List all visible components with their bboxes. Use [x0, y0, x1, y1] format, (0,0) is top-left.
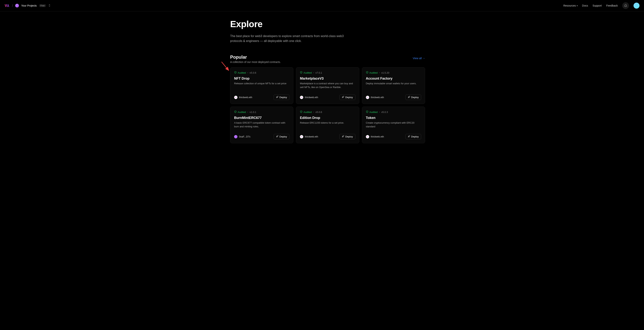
bell-icon	[624, 4, 627, 7]
section-title: Popular	[230, 54, 281, 60]
version-label: v7.0.1	[316, 71, 322, 74]
rocket-icon	[342, 135, 344, 138]
shield-icon	[300, 71, 302, 74]
dot-separator: •	[379, 111, 380, 113]
card-title: Edition Drop	[300, 116, 355, 120]
dot-separator: •	[313, 111, 314, 113]
audited-badge: Audited	[234, 71, 246, 74]
user-avatar[interactable]	[634, 2, 640, 8]
author-avatar	[300, 135, 303, 138]
shield-icon	[234, 110, 237, 114]
rocket-icon	[408, 96, 410, 99]
card-description: Marketplace is a contract where you can …	[300, 82, 355, 89]
rocket-icon	[342, 96, 344, 99]
author-avatar	[366, 96, 369, 99]
page-title: Explore	[230, 19, 425, 29]
dot-separator: •	[248, 72, 248, 74]
version-label: v5.0.6	[316, 111, 322, 113]
card-footer: thirdweb.eth Deploy	[366, 131, 421, 139]
card-description: Release ERC1155 tokens for a set price.	[300, 121, 355, 125]
shield-icon	[234, 71, 237, 74]
nav-resources-label: Resources	[564, 4, 576, 7]
author-name: thirdweb.eth	[371, 135, 384, 138]
card-title: NFT Drop	[234, 77, 290, 80]
deploy-button[interactable]: Deploy	[406, 134, 421, 139]
nav-docs[interactable]: Docs	[582, 4, 588, 7]
author[interactable]: thirdweb.eth	[300, 96, 318, 99]
shield-icon	[366, 110, 368, 114]
author[interactable]: thirdweb.eth	[366, 96, 384, 99]
deploy-label: Deploy	[345, 135, 353, 138]
project-switcher-icon[interactable]	[48, 4, 50, 7]
nav-feedback[interactable]: Feedback	[606, 4, 618, 7]
deploy-label: Deploy	[411, 96, 419, 99]
card-footer: thirdweb.eth Deploy	[366, 92, 421, 100]
contract-card[interactable]: Audited • v5.0.3 Token Create cryptocurr…	[362, 107, 425, 143]
section-subtitle: A collection of our most deployed contra…	[230, 60, 281, 63]
author[interactable]: thirdweb.eth	[300, 135, 318, 138]
contract-card[interactable]: Audited • v1.5.20 Account Factory Deploy…	[362, 67, 425, 104]
notifications-button[interactable]	[622, 2, 629, 9]
shield-icon	[300, 110, 302, 114]
deploy-label: Deploy	[345, 96, 353, 99]
card-title: Account Factory	[366, 77, 421, 80]
author[interactable]: thirdweb.eth	[234, 96, 252, 99]
header: / Your Projects Free Resources ▾ Docs Su…	[0, 0, 644, 11]
card-title: MarketplaceV3	[300, 77, 355, 80]
nav-support[interactable]: Support	[592, 4, 602, 7]
version-label: v5.0.6	[250, 71, 256, 74]
audited-label: Audited	[370, 71, 378, 74]
author-name: thirdweb.eth	[305, 96, 318, 99]
card-meta: Audited • v1.5.20	[366, 71, 421, 74]
logo-icon	[4, 4, 10, 7]
arrow-annotation	[221, 61, 230, 72]
dot-separator: •	[379, 72, 380, 74]
header-right: Resources ▾ Docs Support Feedback	[564, 2, 640, 9]
cards-grid: Audited • v5.0.6 NFT Drop Release collec…	[230, 67, 425, 143]
view-all-link[interactable]: View all →	[413, 57, 425, 60]
audited-label: Audited	[238, 111, 246, 113]
deploy-button[interactable]: Deploy	[274, 134, 290, 139]
card-meta: Audited • v7.0.1	[300, 71, 355, 74]
audited-label: Audited	[238, 71, 246, 74]
deploy-label: Deploy	[411, 135, 419, 138]
audited-badge: Audited	[234, 110, 246, 114]
card-meta: Audited • v5.0.6	[300, 110, 355, 114]
chevron-down-icon: ▾	[577, 5, 578, 7]
card-description: A basic ERC677 compatible token contract…	[234, 121, 290, 128]
card-title: BurnMintERC677	[234, 116, 290, 120]
author[interactable]: 0xaF...D7c	[234, 135, 250, 138]
project-name[interactable]: Your Projects	[21, 4, 37, 7]
author-avatar	[300, 96, 303, 99]
deploy-button[interactable]: Deploy	[340, 95, 355, 100]
card-footer: thirdweb.eth Deploy	[300, 131, 355, 139]
version-label: v1.5.20	[381, 71, 389, 74]
deploy-button[interactable]: Deploy	[274, 95, 290, 100]
contract-card[interactable]: Audited • v1.0.1 BurnMintERC677 A basic …	[230, 107, 293, 143]
contract-card[interactable]: Audited • v5.0.6 Edition Drop Release ER…	[296, 107, 359, 143]
project-avatar[interactable]	[15, 4, 19, 7]
author-avatar	[234, 96, 238, 99]
contract-card[interactable]: Audited • v5.0.6 NFT Drop Release collec…	[230, 67, 293, 104]
version-label: v5.0.3	[381, 111, 388, 113]
author-name: thirdweb.eth	[371, 96, 384, 99]
card-footer: 0xaF...D7c Deploy	[234, 131, 290, 139]
audited-badge: Audited	[366, 110, 378, 114]
page-subtitle: The best place for web3 developers to ex…	[230, 34, 354, 43]
deploy-button[interactable]: Deploy	[340, 134, 355, 139]
card-meta: Audited • v5.0.6	[234, 71, 290, 74]
audited-label: Audited	[370, 111, 378, 113]
deploy-button[interactable]: Deploy	[406, 95, 421, 100]
dot-separator: •	[248, 111, 248, 113]
plan-badge: Free	[39, 4, 46, 7]
card-description: Release collection of unique NFTs for a …	[234, 82, 290, 85]
nav-resources[interactable]: Resources ▾	[564, 4, 578, 7]
author[interactable]: thirdweb.eth	[366, 135, 384, 138]
deploy-label: Deploy	[280, 96, 287, 99]
header-left: / Your Projects Free	[4, 3, 50, 8]
logo[interactable]	[4, 3, 10, 8]
audited-label: Audited	[304, 71, 312, 74]
card-title: Token	[366, 116, 421, 120]
author-name: 0xaF...D7c	[239, 135, 250, 138]
contract-card[interactable]: Audited • v7.0.1 MarketplaceV3 Marketpla…	[296, 67, 359, 104]
